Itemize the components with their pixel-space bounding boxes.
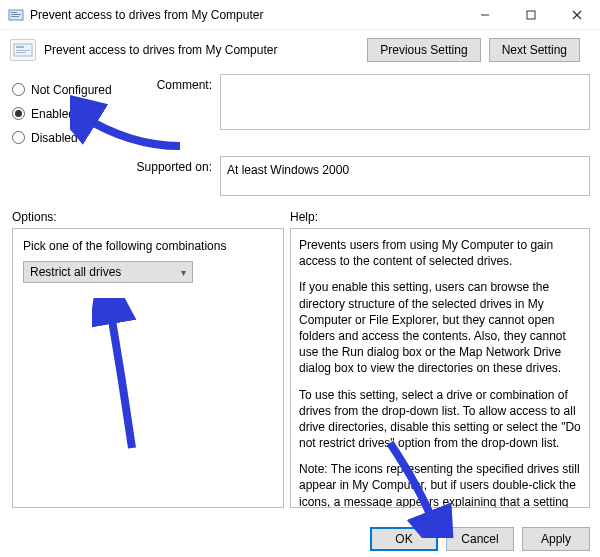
help-panel[interactable]: Prevents users from using My Computer to… [290, 228, 590, 508]
supported-on-row: Supported on: At least Windows 2000 [0, 152, 600, 202]
radio-label-enabled[interactable]: Enabled [31, 107, 75, 121]
svg-rect-11 [16, 52, 26, 53]
cancel-button[interactable]: Cancel [446, 527, 514, 551]
policy-header-icon [10, 39, 36, 61]
state-radio-group: Not Configured Enabled Disabled [12, 74, 130, 150]
help-paragraph-1: Prevents users from using My Computer to… [299, 237, 581, 269]
svg-rect-5 [527, 11, 535, 19]
radio-disabled[interactable] [12, 131, 25, 144]
combination-label: Pick one of the following combinations [23, 239, 273, 253]
previous-setting-button[interactable]: Previous Setting [367, 38, 480, 62]
minimize-button[interactable] [462, 0, 508, 30]
help-paragraph-4: Note: The icons representing the specifi… [299, 461, 581, 508]
options-label: Options: [12, 210, 290, 224]
help-paragraph-2: If you enable this setting, users can br… [299, 279, 581, 376]
drive-restriction-value: Restrict all drives [30, 265, 121, 279]
radio-enabled[interactable] [12, 107, 25, 120]
chevron-down-icon: ▾ [181, 267, 186, 278]
comment-textarea[interactable] [220, 74, 590, 130]
footer-buttons: OK Cancel Apply [370, 527, 590, 551]
svg-rect-9 [16, 46, 24, 48]
supported-on-label: Supported on: [130, 156, 220, 174]
nav-buttons: Previous Setting Next Setting [367, 38, 590, 62]
window-title: Prevent access to drives from My Compute… [30, 8, 462, 22]
lower-panels: Pick one of the following combinations R… [0, 228, 600, 512]
radio-not-configured[interactable] [12, 83, 25, 96]
ok-button[interactable]: OK [370, 527, 438, 551]
radio-label-disabled[interactable]: Disabled [31, 131, 78, 145]
help-paragraph-3: To use this setting, select a drive or c… [299, 387, 581, 452]
title-bar: Prevent access to drives from My Compute… [0, 0, 600, 30]
options-panel: Pick one of the following combinations R… [12, 228, 284, 508]
close-button[interactable] [554, 0, 600, 30]
maximize-button[interactable] [508, 0, 554, 30]
radio-label-not-configured[interactable]: Not Configured [31, 83, 112, 97]
help-label: Help: [290, 210, 590, 224]
policy-header: Prevent access to drives from My Compute… [0, 30, 600, 70]
svg-rect-1 [11, 12, 17, 13]
svg-rect-2 [11, 14, 21, 15]
next-setting-button[interactable]: Next Setting [489, 38, 580, 62]
apply-button[interactable]: Apply [522, 527, 590, 551]
policy-header-title: Prevent access to drives from My Compute… [44, 43, 367, 57]
state-area: Not Configured Enabled Disabled Comment: [0, 70, 600, 152]
drive-restriction-select[interactable]: Restrict all drives ▾ [23, 261, 193, 283]
supported-on-box[interactable]: At least Windows 2000 [220, 156, 590, 196]
supported-on-value: At least Windows 2000 [227, 163, 349, 177]
policy-icon [8, 7, 24, 23]
window-controls [462, 0, 600, 30]
section-labels: Options: Help: [0, 202, 600, 228]
comment-label: Comment: [130, 74, 220, 92]
svg-rect-3 [11, 16, 19, 17]
svg-rect-10 [16, 50, 30, 51]
